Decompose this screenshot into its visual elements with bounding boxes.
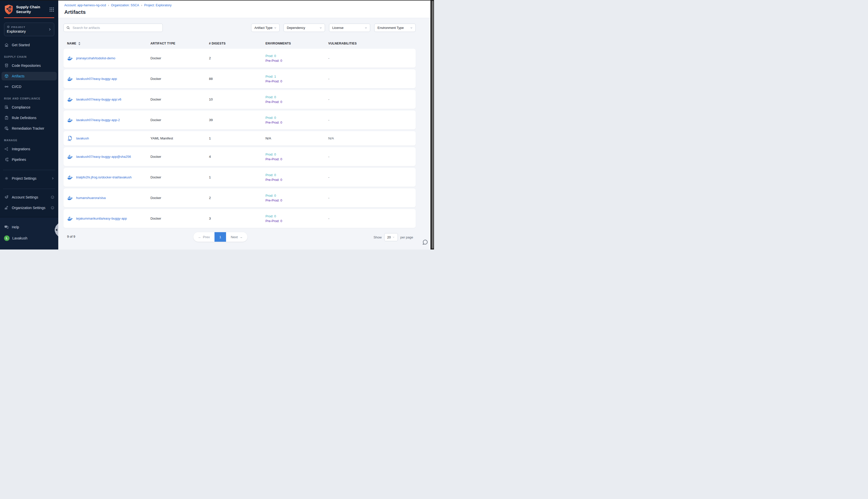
sidebar-item-rule-definitions[interactable]: Rule Definitions [1, 113, 57, 122]
artifact-name-link[interactable]: lavakush [76, 136, 89, 140]
table-row[interactable]: lavakush07/easy-buggy-app-2Docker39Prod:… [64, 111, 416, 130]
sidebar-item-project-settings[interactable]: Project Settings [1, 174, 57, 183]
info-icon[interactable] [51, 206, 54, 209]
table-row[interactable]: lavakush07/easy-buggy-app:v6Docker10Prod… [64, 90, 416, 109]
clipboard-check-icon [4, 115, 9, 120]
digests-cell: 1 [209, 175, 265, 179]
table-row[interactable]: humanshuarora/slsaDocker2Prod: 0Pre-Prod… [64, 188, 416, 207]
sidebar-item-get-started[interactable]: Get Started [1, 41, 57, 49]
org-hierarchy-gear-icon [4, 205, 9, 210]
table-body: pranaycshah/todolist-demoDocker2Prod: 0P… [64, 49, 416, 228]
filter-artifact-type[interactable]: Artifact Type [251, 24, 280, 32]
docker-icon [67, 76, 73, 82]
table-row[interactable]: lavakush07/easy-buggy-app@sha256Docker4P… [64, 147, 416, 166]
environments-prod-link[interactable]: Prod: 0 [265, 152, 328, 157]
table-row[interactable]: pranaycshah/todolist-demoDocker2Prod: 0P… [64, 49, 416, 68]
window-top-edge [0, 0, 434, 0]
breadcrumb-account-link[interactable]: Account: app-harness-ng-cicd [64, 3, 106, 7]
show-label: Show [373, 235, 382, 239]
app-switcher-grid-icon[interactable] [49, 7, 54, 12]
filter-dependency[interactable]: Dependency [284, 24, 325, 32]
vulnerabilities-cell: - [328, 217, 416, 220]
chevron-right-icon [48, 28, 51, 31]
table-row[interactable]: tejakummarikuntla/easy-buggy-appDocker3P… [64, 209, 416, 228]
search-input[interactable] [72, 26, 160, 30]
sidebar-item-integrations[interactable]: Integrations [1, 145, 57, 153]
sidebar-item-artifacts[interactable]: Artifacts [1, 72, 57, 81]
sidebar-item-code-repositories[interactable]: Code Repositories [1, 61, 57, 70]
artifact-name-link[interactable]: trialpfv2hi.jfrog.io/docker-trial/lavaku… [76, 175, 132, 179]
project-selector[interactable]: PROJECT Exploratory [4, 23, 54, 36]
user-menu[interactable]: L Lavakush [1, 234, 57, 242]
sidebar-item-cicd[interactable]: CI/CD [1, 82, 57, 91]
artifact-type-cell: Docker [150, 77, 209, 81]
document-search-icon [4, 105, 9, 110]
table-row[interactable]: YMLlavakushYAML Manifest1N/AN/A [64, 131, 416, 145]
filter-label: Environment Type [377, 26, 404, 30]
breadcrumb-separator: › [141, 3, 142, 7]
artifact-name-link[interactable]: pranaycshah/todolist-demo [76, 56, 115, 60]
environments-preprod-link[interactable]: Pre-Prod: 0 [265, 157, 328, 161]
breadcrumb-project-link[interactable]: Project: Exploratory [144, 3, 172, 7]
sidebar-item-account-settings[interactable]: Account Settings [1, 193, 57, 202]
artifact-type-cell: Docker [150, 175, 209, 179]
artifact-name-link[interactable]: lavakush07/easy-buggy-app [76, 77, 117, 81]
environments-prod-link[interactable]: Prod: 0 [265, 173, 328, 178]
environments-prod-link[interactable]: Prod: 0 [265, 115, 328, 120]
table-row[interactable]: trialpfv2hi.jfrog.io/docker-trial/lavaku… [64, 168, 416, 187]
support-chat-icon[interactable] [422, 239, 429, 245]
artifact-name-link[interactable]: tejakummarikuntla/easy-buggy-app [76, 217, 127, 220]
filter-environment-type[interactable]: Environment Type [374, 24, 416, 32]
current-page-button[interactable]: 1 [214, 232, 226, 242]
column-header-name[interactable]: NAME [67, 42, 150, 45]
vulnerabilities-cell: N/A [328, 136, 416, 140]
vulnerabilities-cell: - [328, 175, 416, 179]
environments-cell: Prod: 0Pre-Prod: 0 [265, 173, 328, 182]
project-name: Exploratory [7, 29, 48, 34]
artifact-name-link[interactable]: lavakush07/easy-buggy-app-2 [76, 118, 120, 122]
page-title: Artifacts [64, 9, 431, 15]
environments-prod-link[interactable]: Prod: 0 [265, 193, 328, 198]
artifact-name-link[interactable]: humanshuarora/slsa [76, 196, 106, 200]
environments-preprod-link[interactable]: Pre-Prod: 0 [265, 99, 328, 104]
environments-preprod-link[interactable]: Pre-Prod: 0 [265, 120, 328, 125]
table-row[interactable]: lavakush07/easy-buggy-appDocker88Prod: 1… [64, 69, 416, 88]
info-icon[interactable] [51, 195, 54, 199]
artifact-type-cell: Docker [150, 155, 209, 159]
environments-prod-link[interactable]: Prod: 0 [265, 214, 328, 219]
code-repository-icon [4, 63, 9, 68]
artifact-name-link[interactable]: lavakush07/easy-buggy-app@sha256 [76, 155, 131, 159]
page-size-control: Show 20 per page [373, 233, 413, 241]
sidebar-item-help[interactable]: ? Help [1, 223, 57, 231]
sidebar-item-remediation-tracker[interactable]: Remediation Tracker [1, 124, 57, 133]
environments-prod-link[interactable]: Prod: 0 [265, 95, 328, 99]
artifact-name-link[interactable]: lavakush07/easy-buggy-app:v6 [76, 97, 121, 101]
vulnerabilities-cell: - [328, 56, 416, 60]
environments-preprod-link[interactable]: Pre-Prod: 0 [265, 198, 328, 203]
chevron-down-icon [410, 26, 413, 29]
environments-preprod-link[interactable]: Pre-Prod: 0 [265, 219, 328, 223]
chevron-down-icon [319, 26, 322, 29]
sidebar-item-pipelines[interactable]: Pipelines [1, 155, 57, 164]
prev-page-button[interactable]: ← Prev [194, 232, 214, 242]
environments-preprod-link[interactable]: Pre-Prod: 0 [265, 79, 328, 84]
environments-cell: Prod: 0Pre-Prod: 0 [265, 95, 328, 104]
project-label: PROJECT [11, 26, 25, 28]
scrollbar-thumb[interactable] [432, 1, 434, 248]
docker-icon [67, 216, 73, 222]
next-page-button[interactable]: Next → [226, 232, 247, 242]
filter-license[interactable]: License [329, 24, 370, 32]
environments-preprod-link[interactable]: Pre-Prod: 0 [265, 58, 328, 63]
environments-preprod-link[interactable]: Pre-Prod: 0 [265, 178, 328, 182]
sort-icon[interactable] [78, 42, 80, 45]
sidebar-item-compliance[interactable]: Compliance [1, 103, 57, 112]
app-title: Supply ChainSecurity [16, 5, 47, 14]
scrollbar[interactable] [431, 0, 434, 250]
yaml-icon: YML [67, 135, 73, 142]
environments-prod-link[interactable]: Prod: 1 [265, 74, 328, 79]
breadcrumb-organization-link[interactable]: Organization: SSCA [111, 3, 139, 7]
app-root: Supply ChainSecurity [0, 0, 434, 250]
sidebar-item-organization-settings[interactable]: Organization Settings [1, 204, 57, 212]
page-size-select[interactable]: 20 [384, 233, 398, 241]
environments-prod-link[interactable]: Prod: 0 [265, 53, 328, 58]
